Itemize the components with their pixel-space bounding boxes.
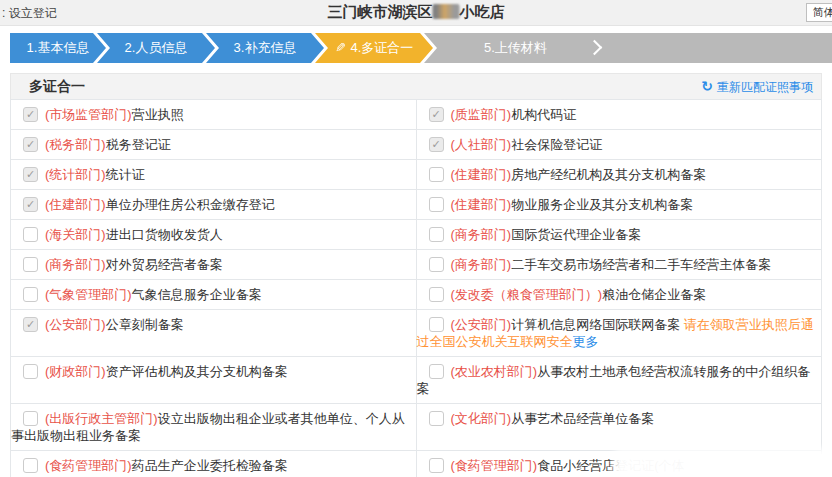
checkbox[interactable] (23, 257, 38, 272)
cert-cell: (质监部门)机构代码证 (416, 100, 822, 130)
dept-label: (气象管理部门) (45, 287, 132, 302)
table-row: (统计部门)统计证 (住建部门)房地产经纪机构及其分支机构备案 (11, 160, 822, 190)
wizard-step-1[interactable]: 1.基本信息 (10, 33, 106, 63)
cert-cell: (食药管理部门)食品小经营店登记证(个体 (416, 451, 822, 477)
checkbox[interactable] (23, 137, 38, 152)
table-row: (出版行政主管部门)设立出版物出租企业或者其他单位、个人从事出版物出租业务备案 … (11, 404, 822, 451)
checkbox[interactable] (429, 364, 444, 379)
more-link[interactable]: 更多 (573, 334, 599, 349)
cert-cell: (税务部门)税务登记证 (11, 130, 417, 160)
cert-cell: (统计部门)统计证 (11, 160, 417, 190)
cert-label: 二手车交易市场经营者和二手车经营主体备案 (511, 257, 771, 272)
step-wizard: 1.基本信息 2.人员信息 3.补充信息 ✎4.多证合一 5.上传材料 (0, 33, 832, 63)
cert-cell: (商务部门)对外贸易经营者备案 (11, 250, 417, 280)
dept-label: (食药管理部门) (45, 458, 132, 473)
top-bar: : 设立登记 三门峡市湖滨区小吃店 简体 (0, 0, 832, 26)
cert-cell: (公安部门)公章刻制备案 (11, 310, 417, 357)
checkbox[interactable] (23, 411, 38, 426)
checkbox[interactable] (23, 107, 38, 122)
dept-label: (统计部门) (45, 167, 106, 182)
table-row: (财政部门)资产评估机构及其分支机构备案 (农业农村部门)从事农村土地承包经营权… (11, 357, 822, 404)
dept-label: (人社部门) (451, 137, 512, 152)
dept-label: (农业农村部门) (451, 364, 538, 379)
checkbox[interactable] (429, 107, 444, 122)
cert-label: 从事艺术品经营单位备案 (511, 411, 654, 426)
checkbox[interactable] (429, 197, 444, 212)
cert-cell: (住建部门)物业服务企业及其分支机构备案 (416, 190, 822, 220)
wizard-step-3[interactable]: 3.补充信息 (206, 33, 324, 63)
cert-cell: (商务部门)国际货运代理企业备案 (416, 220, 822, 250)
cert-label: 粮油仓储企业备案 (602, 287, 706, 302)
rematch-certificates-link[interactable]: ↻重新匹配证照事项 (701, 78, 813, 96)
page-title-suffix: 小吃店 (460, 3, 505, 20)
cert-label: 公章刻制备案 (106, 317, 184, 332)
cert-cell: (住建部门)单位办理住房公积金缴存登记 (11, 190, 417, 220)
wizard-step-3-label: 3.补充信息 (234, 40, 297, 55)
checkbox[interactable] (429, 167, 444, 182)
cert-label: 物业服务企业及其分支机构备案 (511, 197, 693, 212)
table-row: (食药管理部门)药品生产企业委托检验备案 (食药管理部门)食品小经营店登记证(个… (11, 451, 822, 477)
dept-label: (发改委（粮食管理部门）) (451, 287, 603, 302)
wizard-step-5[interactable]: 5.上传材料 (424, 33, 832, 63)
cert-cell: (公安部门)计算机信息网络国际联网备案 请在领取营业执照后通过全国公安机关互联网… (416, 310, 822, 357)
wizard-step-2[interactable]: 2.人员信息 (97, 33, 215, 63)
page-title-prefix: 三门峡市湖滨区 (328, 3, 433, 20)
cert-label: 计算机信息网络国际联网备案 (511, 317, 680, 332)
certificate-table: (市场监管部门)营业执照 (质监部门)机构代码证 (税务部门)税务登记证 (人社… (10, 99, 822, 477)
chevron-right-icon (587, 40, 603, 56)
checkbox[interactable] (429, 227, 444, 242)
cert-cell: (农业农村部门)从事农村土地承包经营权流转服务的中介组织备案 (416, 357, 822, 404)
cert-cell: (住建部门)房地产经纪机构及其分支机构备案 (416, 160, 822, 190)
checkbox[interactable] (23, 167, 38, 182)
checkbox[interactable] (23, 227, 38, 242)
cert-label: 房地产经纪机构及其分支机构备案 (511, 167, 706, 182)
cert-cell: (商务部门)二手车交易市场经营者和二手车经营主体备案 (416, 250, 822, 280)
checkbox[interactable] (23, 458, 38, 473)
wizard-step-4-label: 4.多证合一 (351, 40, 414, 55)
cert-label: 资产评估机构及其分支机构备案 (106, 364, 288, 379)
multi-cert-panel: 多证合一 ↻重新匹配证照事项 (市场监管部门)营业执照 (质监部门)机构代码证 … (10, 73, 822, 477)
checkbox[interactable] (429, 411, 444, 426)
dept-label: (商务部门) (45, 257, 106, 272)
checkbox[interactable] (429, 137, 444, 152)
dept-label: (住建部门) (451, 197, 512, 212)
wizard-step-4-active[interactable]: ✎4.多证合一 (315, 33, 433, 63)
cert-label: 进出口货物收发货人 (106, 227, 223, 242)
dept-label: (食药管理部门) (451, 458, 538, 473)
cert-label: 营业执照 (132, 107, 184, 122)
rematch-certificates-label: 重新匹配证照事项 (717, 80, 813, 94)
cert-cell: (人社部门)社会保险登记证 (416, 130, 822, 160)
checkbox[interactable] (23, 317, 38, 332)
cert-label: 药品生产企业委托检验备案 (132, 458, 288, 473)
checkbox[interactable] (23, 364, 38, 379)
dept-label: (出版行政主管部门) (45, 411, 158, 426)
section-title: 多证合一 (29, 78, 85, 96)
dept-label: (质监部门) (451, 107, 512, 122)
cert-cell: (食药管理部门)药品生产企业委托检验备案 (11, 451, 417, 477)
cert-cell: (发改委（粮食管理部门）)粮油仓储企业备案 (416, 280, 822, 310)
dept-label: (住建部门) (451, 167, 512, 182)
dept-label: (公安部门) (451, 317, 512, 332)
dept-label: (文化部门) (451, 411, 512, 426)
cert-cell: (财政部门)资产评估机构及其分支机构备案 (11, 357, 417, 404)
checkbox[interactable] (429, 257, 444, 272)
table-row: (税务部门)税务登记证 (人社部门)社会保险登记证 (11, 130, 822, 160)
checkbox[interactable] (429, 458, 444, 473)
language-button[interactable]: 简体 (806, 3, 832, 22)
table-row: (海关部门)进出口货物收发货人 (商务部门)国际货运代理企业备案 (11, 220, 822, 250)
cert-label: 统计证 (106, 167, 145, 182)
dept-label: (公安部门) (45, 317, 106, 332)
cert-cell: (出版行政主管部门)设立出版物出租企业或者其他单位、个人从事出版物出租业务备案 (11, 404, 417, 451)
cert-cell: (气象管理部门)气象信息服务企业备案 (11, 280, 417, 310)
cert-cell: (海关部门)进出口货物收发货人 (11, 220, 417, 250)
wizard-step-5-label: 5.上传材料 (484, 40, 547, 55)
section-header: 多证合一 ↻重新匹配证照事项 (10, 73, 822, 99)
checkbox[interactable] (429, 287, 444, 302)
checkbox[interactable] (429, 317, 444, 332)
dept-label: (住建部门) (45, 197, 106, 212)
cert-cell: (市场监管部门)营业执照 (11, 100, 417, 130)
dept-label: (海关部门) (45, 227, 106, 242)
checkbox[interactable] (23, 287, 38, 302)
checkbox[interactable] (23, 197, 38, 212)
table-row: (住建部门)单位办理住房公积金缴存登记 (住建部门)物业服务企业及其分支机构备案 (11, 190, 822, 220)
